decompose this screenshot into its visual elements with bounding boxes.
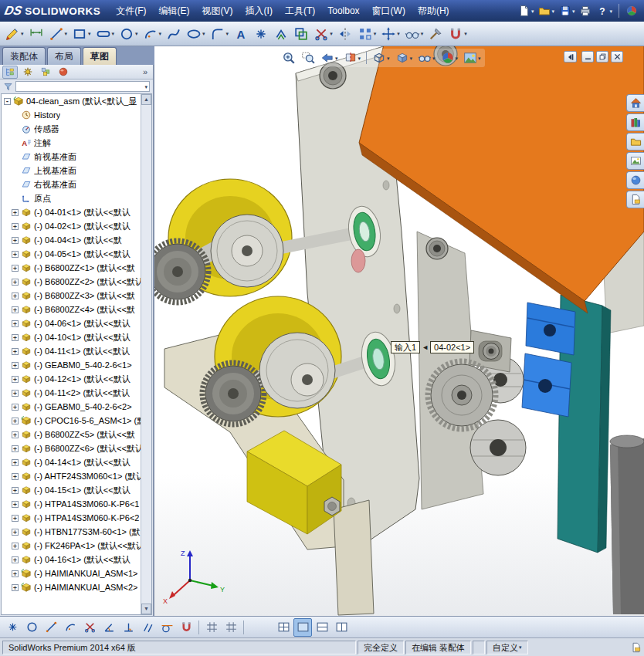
tree-item[interactable]: 上视基准面: [2, 164, 141, 178]
featuremanager-tree-tab[interactable]: [2, 66, 18, 79]
snap-perpendicular-button[interactable]: [119, 618, 137, 637]
snap-quadrant-points-button[interactable]: [61, 618, 80, 637]
file-explorer-tab[interactable]: [626, 133, 644, 150]
snap-parallel-button[interactable]: [138, 618, 157, 637]
move-entities-button[interactable]: ▾: [378, 23, 402, 45]
snap-angle-button[interactable]: [100, 618, 118, 637]
section-view-button[interactable]: ▾: [342, 49, 363, 66]
menu-item[interactable]: 文件(F): [110, 0, 152, 22]
expander[interactable]: -: [4, 98, 11, 105]
menu-item[interactable]: 工具(T): [279, 0, 321, 22]
smart-dimension-button[interactable]: [26, 23, 46, 45]
view-palette-tab[interactable]: [626, 152, 644, 170]
viewport-two-horizontal-button[interactable]: [313, 618, 331, 637]
document-close-button[interactable]: [611, 51, 623, 63]
expander[interactable]: +: [12, 529, 19, 536]
circle-button[interactable]: ▾: [117, 23, 141, 45]
tree-item[interactable]: 原点: [2, 191, 141, 205]
tree-item[interactable]: +(-) B6800ZZ<4> (默认<<默: [2, 303, 141, 316]
solidworks-resources-tab[interactable]: [626, 94, 644, 112]
snap-center-points-button[interactable]: [22, 618, 41, 637]
tree-item[interactable]: +(-) HTBN177S3M-60<1> (默: [2, 525, 141, 539]
expander[interactable]: +: [12, 501, 19, 508]
tree-item[interactable]: +(-) 04-02<1> (默认<<默认: [2, 219, 141, 233]
trim-entities-button[interactable]: ▾: [311, 23, 335, 45]
solidworks-resources-button[interactable]: [624, 2, 639, 19]
tree-item[interactable]: +(-) 04-12<1> (默认<<默认: [2, 372, 141, 386]
tree-root-item[interactable]: -04-clean_asm (默认<默认_显: [2, 94, 141, 108]
offset-entities-button[interactable]: [291, 23, 311, 45]
expander[interactable]: +: [12, 556, 19, 563]
expander[interactable]: +: [12, 445, 19, 452]
expander[interactable]: +: [12, 390, 19, 397]
expander[interactable]: +: [12, 306, 19, 313]
new-document-button[interactable]: ▾: [517, 2, 536, 19]
menu-item[interactable]: 插入(I): [239, 0, 279, 22]
roller-face-lower[interactable]: [259, 333, 335, 408]
tree-item[interactable]: 前视基准面: [2, 150, 141, 164]
hide-show-items-button[interactable]: ▾: [416, 49, 437, 66]
expander[interactable]: +: [12, 265, 19, 272]
quick-snaps-button[interactable]: ▾: [446, 23, 469, 45]
expander[interactable]: +: [12, 334, 19, 341]
tree-item[interactable]: +(-) HTPA14S3M060-K-P6<1: [2, 497, 141, 511]
tree-item[interactable]: 传感器: [2, 122, 141, 136]
status-custom-dropdown[interactable]: 自定义 ▾: [486, 641, 528, 654]
tree-item[interactable]: +(-) 04-15<1> (默认<<默认: [2, 483, 141, 497]
menu-item[interactable]: 窗口(W): [366, 0, 412, 22]
tree-item[interactable]: +(-) B6800ZZ<6> (默认<<默认: [2, 441, 141, 455]
linear-sketch-pattern-button[interactable]: ▾: [355, 23, 379, 45]
slot-mount[interactable]: [469, 330, 511, 372]
tree-item[interactable]: +(-) HAIMIANKUAI_ASM<1>: [2, 566, 141, 580]
expander[interactable]: +: [12, 320, 19, 327]
displaymanager-tab[interactable]: [56, 66, 71, 79]
tab-layout[interactable]: 布局: [47, 47, 81, 65]
collapse-pane-button[interactable]: [564, 51, 577, 63]
expander[interactable]: +: [12, 473, 19, 480]
tree-item[interactable]: History: [2, 108, 141, 122]
tree-item[interactable]: +(-) GEABM0_5-40-2-6<2>: [2, 400, 141, 414]
status-icon[interactable]: [631, 642, 642, 653]
configurationmanager-tab[interactable]: [38, 66, 53, 79]
dark-cylinder[interactable]: [610, 435, 644, 614]
tree-item[interactable]: +(-) FK246PA<1> (默认<<默认: [2, 539, 141, 553]
blue-clamp-lower[interactable]: [522, 353, 571, 417]
help-button[interactable]: ▾: [595, 2, 614, 19]
scroll-up-button[interactable]: ▲: [141, 94, 151, 105]
tree-item[interactable]: +(-) B6800ZZ<3> (默认<<默: [2, 289, 141, 303]
tree-scrollbar[interactable]: ▲ ▼: [141, 94, 151, 614]
save-button[interactable]: ▾: [558, 2, 577, 19]
tree-item[interactable]: +(-) 04-04<1> (默认<<默: [2, 233, 141, 247]
mirror-entities-button[interactable]: [335, 23, 355, 45]
tab-sketch[interactable]: 草图: [83, 47, 117, 65]
tree-item[interactable]: +(-) 04-11<1> (默认<<默认: [2, 344, 141, 358]
expander[interactable]: +: [12, 237, 19, 244]
appearances-scenes-tab[interactable]: [626, 171, 644, 189]
expander[interactable]: +: [12, 515, 19, 522]
tree-item[interactable]: +(-) AHTF24S3M060<1> (默认: [2, 469, 141, 483]
zoom-to-fit-button[interactable]: [280, 49, 297, 66]
tree-item[interactable]: +(-) 04-05<1> (默认<<默认: [2, 247, 141, 261]
expander[interactable]: +: [12, 251, 19, 258]
roller-face-upper[interactable]: [211, 215, 283, 287]
tree-item[interactable]: +(-) 04-11<2> (默认<<默认: [2, 386, 141, 400]
feature-tree[interactable]: -04-clean_asm (默认<默认_显History传感器注解前视基准面上…: [1, 93, 152, 615]
menu-item[interactable]: 帮助(H): [412, 0, 456, 22]
tree-item[interactable]: +(-) B6800ZZ<1> (默认<<默: [2, 261, 141, 275]
tree-item[interactable]: +(-) B6800ZZ<2> (默认<<默认: [2, 275, 141, 289]
expander[interactable]: +: [12, 431, 19, 438]
previous-view-button[interactable]: ▾: [319, 49, 340, 66]
snap-points-button[interactable]: [3, 618, 22, 637]
ellipse-button[interactable]: ▾: [184, 23, 208, 45]
snap-tangent-button[interactable]: [158, 618, 176, 637]
tree-item[interactable]: +(-) HTPA14S3M060-K-P6<2: [2, 511, 141, 525]
expander[interactable]: +: [12, 570, 19, 577]
document-restore-button[interactable]: [596, 51, 608, 63]
tree-item[interactable]: +(-) 04-16<1> (默认<<默认: [2, 553, 141, 566]
edit-appearance-button[interactable]: ▾: [439, 49, 460, 66]
text-button[interactable]: [231, 23, 251, 45]
viewport[interactable]: Z Y X ▾▾▾▾▾▾▾ 输入1 ◄ 04-02<1>: [154, 46, 644, 616]
tree-item[interactable]: +(-) B6800ZZ<5> (默认<<默: [2, 428, 141, 441]
expander[interactable]: +: [12, 376, 19, 383]
convert-entities-button[interactable]: [271, 23, 291, 45]
